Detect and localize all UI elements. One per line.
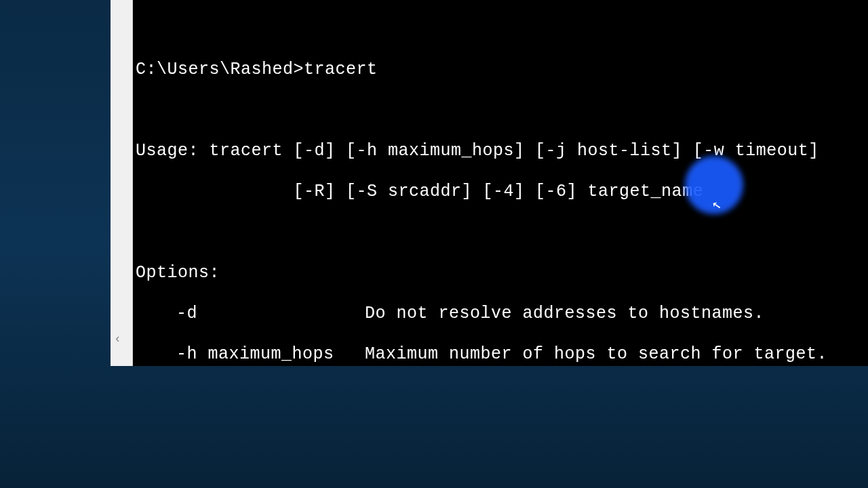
- option-row: -h maximum_hopsMaximum number of hops to…: [136, 344, 859, 365]
- prompt-line: C:\Users\Rashed>tracert: [136, 60, 859, 80]
- options-header: Options:: [136, 263, 859, 283]
- usage-line-1: Usage: tracert [-d] [-h maximum_hops] [-…: [136, 141, 859, 161]
- scroll-left-icon[interactable]: ‹: [114, 332, 121, 346]
- command-prompt-window[interactable]: C:\Users\Rashed>tracert Usage: tracert […: [133, 0, 868, 366]
- option-row: -dDo not resolve addresses to hostnames.: [136, 304, 859, 324]
- usage-line-2: [-R] [-S srcaddr] [-4] [-6] target_name: [136, 182, 859, 202]
- desktop-background: ‹ C:\Users\Rashed>tracert Usage: tracert…: [0, 0, 868, 488]
- window-edge-strip: ‹: [111, 0, 133, 366]
- terminal-output: C:\Users\Rashed>tracert Usage: tracert […: [136, 39, 859, 366]
- blank-line: [136, 222, 859, 243]
- blank-line: [136, 100, 859, 121]
